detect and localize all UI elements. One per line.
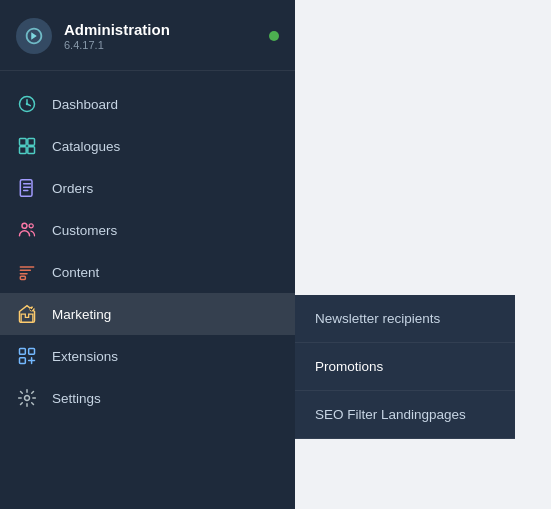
sidebar-item-marketing[interactable]: Marketing: [0, 293, 295, 335]
sidebar-item-orders[interactable]: Orders: [0, 167, 295, 209]
submenu-item-promotions[interactable]: Promotions: [295, 343, 515, 391]
submenu-item-seo[interactable]: SEO Filter Landingpages: [295, 391, 515, 439]
submenu-item-newsletter[interactable]: Newsletter recipients: [295, 295, 515, 343]
svg-rect-13: [20, 358, 26, 364]
logo-icon: [16, 18, 52, 54]
svg-rect-3: [28, 139, 35, 146]
settings-label: Settings: [52, 391, 101, 406]
settings-icon: [16, 387, 38, 409]
sidebar-item-customers[interactable]: Customers: [0, 209, 295, 251]
svg-point-8: [29, 224, 33, 228]
status-indicator: [269, 31, 279, 41]
svg-rect-9: [20, 276, 25, 279]
svg-rect-11: [20, 349, 26, 355]
sidebar: Administration 6.4.17.1 Dashboard: [0, 0, 295, 509]
sidebar-item-content[interactable]: Content: [0, 251, 295, 293]
content-label: Content: [52, 265, 99, 280]
extensions-label: Extensions: [52, 349, 118, 364]
content-icon: [16, 261, 38, 283]
customers-icon: [16, 219, 38, 241]
svg-rect-5: [28, 147, 35, 154]
dashboard-icon: [16, 93, 38, 115]
svg-point-7: [22, 223, 27, 228]
main-area: Newsletter recipients Promotions SEO Fil…: [295, 0, 551, 509]
customers-label: Customers: [52, 223, 117, 238]
sidebar-item-settings[interactable]: Settings: [0, 377, 295, 419]
catalogues-label: Catalogues: [52, 139, 120, 154]
sidebar-header: Administration 6.4.17.1: [0, 0, 295, 71]
app-version: 6.4.17.1: [64, 39, 257, 51]
marketing-label: Marketing: [52, 307, 111, 322]
extensions-icon: [16, 345, 38, 367]
svg-point-14: [25, 396, 30, 401]
svg-point-1: [26, 103, 29, 106]
header-text: Administration 6.4.17.1: [64, 21, 257, 51]
dashboard-label: Dashboard: [52, 97, 118, 112]
sidebar-item-dashboard[interactable]: Dashboard: [0, 83, 295, 125]
svg-rect-6: [20, 180, 32, 197]
app-title: Administration: [64, 21, 257, 38]
orders-label: Orders: [52, 181, 93, 196]
sidebar-item-catalogues[interactable]: Catalogues: [0, 125, 295, 167]
marketing-icon: [16, 303, 38, 325]
svg-rect-12: [29, 349, 35, 355]
catalogues-icon: [16, 135, 38, 157]
svg-rect-2: [20, 139, 27, 146]
submenu: Newsletter recipients Promotions SEO Fil…: [295, 295, 515, 439]
svg-rect-4: [20, 147, 27, 154]
nav-items: Dashboard Catalogues Order: [0, 79, 295, 509]
orders-icon: [16, 177, 38, 199]
sidebar-item-extensions[interactable]: Extensions: [0, 335, 295, 377]
